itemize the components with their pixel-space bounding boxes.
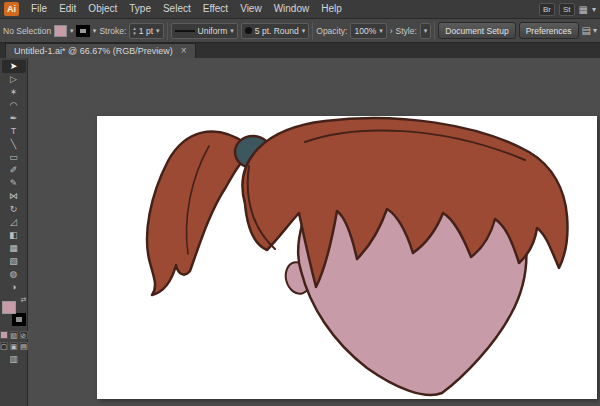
separator	[434, 22, 435, 40]
scale-tool[interactable]: ◿	[2, 216, 26, 229]
none-button[interactable]: ⊘	[20, 331, 28, 339]
brush-thumb-icon	[245, 27, 252, 34]
menu-object[interactable]: Object	[82, 0, 123, 18]
width-profile-value: Uniform	[198, 26, 228, 36]
menu-edit[interactable]: Edit	[53, 0, 82, 18]
draw-normal-button[interactable]: ▢	[0, 342, 8, 350]
draw-inside-button[interactable]: ▤	[20, 342, 28, 350]
brush-dropdown[interactable]: 5 pt. Round ▾	[241, 23, 309, 39]
canvas-area[interactable]	[28, 58, 600, 406]
stroke-weight-chevron-icon[interactable]: ▾	[156, 27, 160, 35]
selection-status: No Selection	[3, 26, 51, 36]
opacity-dropdown[interactable]: 100% ▾	[350, 23, 386, 39]
document-tab-title: Untitled-1.ai* @ 66.67% (RGB/Preview)	[14, 46, 173, 56]
magic-wand-tool[interactable]: ✶	[2, 86, 26, 99]
separator	[167, 22, 168, 40]
mesh-tool[interactable]: ▦	[2, 242, 26, 255]
style-chevron-icon[interactable]: ▾	[424, 27, 428, 35]
stroke-weight-value: 1 pt	[139, 26, 153, 36]
brush-value: 5 pt. Round	[255, 26, 299, 36]
stepper-arrows-icon[interactable]: ▴▾	[133, 26, 136, 36]
draw-behind-button[interactable]: ▣	[10, 342, 18, 350]
menu-file[interactable]: File	[25, 0, 53, 18]
brush-chevron-icon[interactable]: ▾	[302, 27, 306, 35]
line-segment-tool[interactable]: ╲	[2, 138, 26, 151]
fill-stroke-swatches: ⇄	[1, 298, 27, 328]
menu-view[interactable]: View	[234, 0, 268, 18]
gradient-tool[interactable]: ▧	[2, 255, 26, 268]
width-tool[interactable]: ⋈	[2, 190, 26, 203]
style-dropdown[interactable]: ▾	[420, 23, 432, 39]
pencil-tool[interactable]: ✎	[2, 177, 26, 190]
width-profile-dropdown[interactable]: Uniform ▾	[171, 23, 238, 39]
workspace-chevron-icon[interactable]: ▾	[592, 5, 596, 14]
stroke-label: Stroke:	[99, 26, 126, 36]
stock-button[interactable]: St	[559, 3, 575, 16]
pen-tool[interactable]: ✒	[2, 112, 26, 125]
width-profile-chevron-icon[interactable]: ▾	[230, 27, 234, 35]
toolbar-fill-swatch[interactable]	[2, 301, 16, 314]
lasso-tool[interactable]: ◠	[2, 99, 26, 112]
width-profile-thumb-icon	[175, 30, 195, 32]
swap-fill-stroke-icon[interactable]: ⇄	[21, 296, 27, 304]
menu-select[interactable]: Select	[157, 0, 197, 18]
document-setup-button[interactable]: Document Setup	[438, 22, 515, 39]
app-logo-icon: Ai	[4, 2, 19, 16]
control-panel-icon[interactable]: ▤	[582, 25, 591, 36]
menu-help[interactable]: Help	[315, 0, 348, 18]
control-panel-chevron-icon[interactable]: ▾	[593, 26, 597, 35]
rectangle-tool[interactable]: ▭	[2, 151, 26, 164]
menu-effect[interactable]: Effect	[197, 0, 234, 18]
selection-tool[interactable]: ➤	[2, 60, 26, 73]
menu-bar: Ai File Edit Object Type Select Effect V…	[0, 0, 600, 19]
shape-builder-tool[interactable]: ◧	[2, 229, 26, 242]
stroke-chevron-icon[interactable]: ▾	[93, 27, 97, 35]
artboard[interactable]	[97, 116, 597, 399]
opacity-label: Opacity:	[316, 26, 347, 36]
type-tool[interactable]: T	[2, 125, 26, 138]
color-button[interactable]	[0, 331, 8, 339]
style-label: Style:	[396, 26, 417, 36]
tab-close-icon[interactable]: ×	[181, 46, 187, 56]
opacity-panel-arrow-icon[interactable]: ›	[390, 26, 393, 36]
screen-mode-button[interactable]: ▥	[9, 354, 18, 364]
document-tab[interactable]: Untitled-1.ai* @ 66.67% (RGB/Preview) ×	[5, 43, 196, 58]
illustrator-window: Ai File Edit Object Type Select Effect V…	[0, 0, 600, 406]
fill-color-swatch[interactable]	[54, 25, 67, 37]
tab-bar: Untitled-1.ai* @ 66.67% (RGB/Preview) ×	[0, 43, 600, 58]
bridge-button[interactable]: Br	[539, 3, 555, 16]
toolbar-stroke-swatch[interactable]	[12, 313, 26, 326]
gradient-button[interactable]: ▧	[10, 331, 18, 339]
tools-panel: ➤ ▷ ✶ ◠ ✒ T ╲ ▭ ✐ ✎ ⋈ ↻ ◿ ◧ ▦ ▧ ◍ ◑ ⇄	[0, 58, 28, 406]
separator	[312, 22, 313, 40]
rotate-tool[interactable]: ↻	[2, 203, 26, 216]
stroke-weight-stepper[interactable]: ▴▾ 1 pt ▾	[129, 23, 163, 39]
eyedropper-tool[interactable]: ◍	[2, 268, 26, 281]
preferences-button[interactable]: Preferences	[519, 22, 579, 39]
opacity-chevron-icon[interactable]: ▾	[379, 27, 383, 35]
opacity-value: 100%	[354, 26, 376, 36]
arrange-documents-icon[interactable]: ▦	[579, 4, 588, 15]
blend-tool[interactable]: ◑	[2, 281, 26, 294]
control-bar: No Selection ▾ ▾ Stroke: ▴▾ 1 pt ▾ Unifo…	[0, 19, 600, 43]
fill-chevron-icon[interactable]: ▾	[70, 27, 74, 35]
stroke-color-swatch[interactable]	[76, 25, 89, 37]
paintbrush-tool[interactable]: ✐	[2, 164, 26, 177]
menu-window[interactable]: Window	[268, 0, 316, 18]
menu-type[interactable]: Type	[123, 0, 157, 18]
artwork	[97, 116, 597, 399]
direct-selection-tool[interactable]: ▷	[2, 73, 26, 86]
